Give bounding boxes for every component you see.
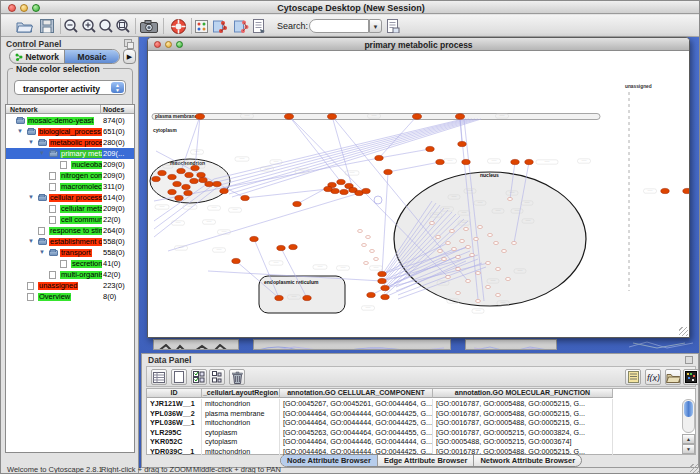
graph-node[interactable] <box>375 155 383 160</box>
graph-edge[interactable] <box>382 172 388 274</box>
membrane-node[interactable] <box>196 114 205 120</box>
layout-2-icon[interactable] <box>232 17 250 35</box>
graph-node-unselected[interactable] <box>502 250 507 253</box>
delete-attribute-icon[interactable] <box>229 369 245 385</box>
graph-node[interactable] <box>337 179 345 184</box>
zoom-out-icon[interactable] <box>62 17 80 35</box>
graph-edge[interactable] <box>379 116 417 158</box>
tree-row[interactable]: ▼transport558(0) <box>6 247 134 258</box>
graph-node-unselected[interactable] <box>476 272 481 275</box>
graph-node-unselected[interactable] <box>494 242 499 245</box>
graph-node[interactable] <box>458 141 466 146</box>
membrane-node[interactable] <box>456 114 465 120</box>
tree-row[interactable]: ▼primary metabolic process209(... <box>6 148 134 159</box>
tree-expander-icon[interactable]: ▼ <box>39 150 45 157</box>
tree-row[interactable]: cellular metabolic209(0) <box>6 203 134 214</box>
tree-row[interactable]: ▼cellular process614(0) <box>6 192 134 203</box>
graph-node[interactable] <box>511 159 519 164</box>
graph-node-unselected[interactable] <box>374 258 379 261</box>
table-row[interactable]: YPL036W__1mitochondrion[GO:0044464, GO:0… <box>147 418 695 428</box>
data-panel-float-icon[interactable] <box>685 356 693 364</box>
network-window-titlebar[interactable]: primary metabolic process <box>148 38 689 51</box>
graph-node[interactable] <box>177 168 185 173</box>
graph-node[interactable] <box>462 159 470 164</box>
attribute-list-icon[interactable] <box>625 369 641 385</box>
membrane-node[interactable] <box>328 114 337 120</box>
graph-self-loop[interactable] <box>374 196 382 204</box>
graph-node-unselected[interactable] <box>358 230 363 233</box>
graph-node[interactable] <box>340 189 348 194</box>
tree-expander-icon[interactable]: ▼ <box>28 238 34 245</box>
tree-row[interactable]: ▼biological_process651(0) <box>6 126 134 137</box>
graph-node[interactable] <box>232 258 240 263</box>
graph-node[interactable] <box>289 244 297 249</box>
graph-node[interactable] <box>277 245 285 250</box>
graph-node-unselected[interactable] <box>496 268 501 271</box>
birdseye-icon[interactable] <box>194 17 209 35</box>
app-resize-grip[interactable] <box>690 464 700 474</box>
help-icon[interactable] <box>168 17 188 35</box>
column-header[interactable]: annotation.GO MOLECULAR_FUNCTION <box>433 389 613 398</box>
tree-expander-icon[interactable]: ▼ <box>17 128 23 135</box>
graph-node-unselected[interactable] <box>512 242 517 245</box>
graph-node-unselected[interactable] <box>470 254 475 257</box>
graph-node[interactable] <box>436 159 444 164</box>
graph-node-unselected[interactable] <box>452 248 457 251</box>
tree-row[interactable]: secretion41(0) <box>6 258 134 269</box>
graph-node[interactable] <box>152 176 160 181</box>
tree-row[interactable]: cell communication22(0) <box>6 214 134 225</box>
graph-edge[interactable] <box>388 162 440 172</box>
graph-node-unselected[interactable] <box>456 268 461 271</box>
column-header[interactable]: _cellularLayoutRegion <box>202 389 280 398</box>
background-window-3[interactable] <box>465 339 557 350</box>
app-titlebar[interactable]: Cytoscape Desktop (New Session) <box>1 1 700 14</box>
graph-node[interactable] <box>184 190 192 195</box>
tree-row[interactable]: ▼metabolic process280(0) <box>6 137 134 148</box>
search-options-button[interactable]: ▼ <box>369 19 382 33</box>
graph-node-unselected[interactable] <box>450 230 455 233</box>
graph-node[interactable] <box>525 159 533 164</box>
graph-node[interactable] <box>381 285 389 290</box>
graph-node-unselected[interactable] <box>496 294 501 297</box>
table-row[interactable]: YPL036W__2plasma membrane[GO:0044464, GO… <box>147 409 695 419</box>
create-attribute-icon[interactable] <box>171 369 187 385</box>
window-resize-grip[interactable] <box>679 327 688 336</box>
graph-node-unselected[interactable] <box>366 236 371 239</box>
graph-node[interactable] <box>378 271 386 276</box>
tree-column-network[interactable]: Network <box>10 106 38 113</box>
graph-node[interactable] <box>661 188 669 193</box>
graph-node[interactable] <box>168 189 176 194</box>
tree-row[interactable]: multi-organism proc42(0) <box>6 269 134 280</box>
table-scrollbar[interactable] <box>682 399 695 433</box>
graph-node-unselected[interactable] <box>488 234 493 237</box>
table-row[interactable]: YKR052Ccytoplasm[GO:0044464, GO:0044446,… <box>147 437 695 447</box>
function-builder-icon[interactable]: f(x) <box>645 369 661 385</box>
graph-node-unselected[interactable] <box>438 250 443 253</box>
graph-node-unselected[interactable] <box>446 242 451 245</box>
graph-node[interactable] <box>324 186 332 191</box>
graph-node-unselected[interactable] <box>456 292 461 295</box>
graph-node[interactable] <box>241 195 249 200</box>
background-window-2[interactable] <box>253 339 451 350</box>
graph-node-unselected[interactable] <box>430 222 435 225</box>
snapshot-icon[interactable] <box>138 17 160 35</box>
graph-node[interactable] <box>168 174 176 179</box>
membrane-node[interactable] <box>285 114 294 120</box>
search-input[interactable] <box>309 19 369 33</box>
graph-node[interactable] <box>293 201 301 206</box>
table-row[interactable]: YLR295Ccytoplasm[GO:0045263, GO:0044464,… <box>147 428 695 438</box>
graph-edge[interactable] <box>245 189 328 198</box>
column-header[interactable]: annotation.GO CELLULAR_COMPONENT <box>280 389 433 398</box>
tab-mosaic[interactable]: Mosaic <box>64 50 119 63</box>
graph-node[interactable] <box>213 181 221 186</box>
tree-row[interactable]: response to stimulus264(0) <box>6 225 134 236</box>
graph-node[interactable] <box>182 184 190 189</box>
graph-node[interactable] <box>250 236 258 241</box>
graph-node[interactable] <box>205 181 213 186</box>
graph-node[interactable] <box>185 172 193 177</box>
graph-node[interactable] <box>220 188 228 193</box>
tree-row[interactable]: Overview8(0) <box>6 291 134 302</box>
graph-node-unselected[interactable] <box>370 250 375 253</box>
graph-node-unselected[interactable] <box>466 280 471 283</box>
open-icon[interactable] <box>13 17 35 35</box>
